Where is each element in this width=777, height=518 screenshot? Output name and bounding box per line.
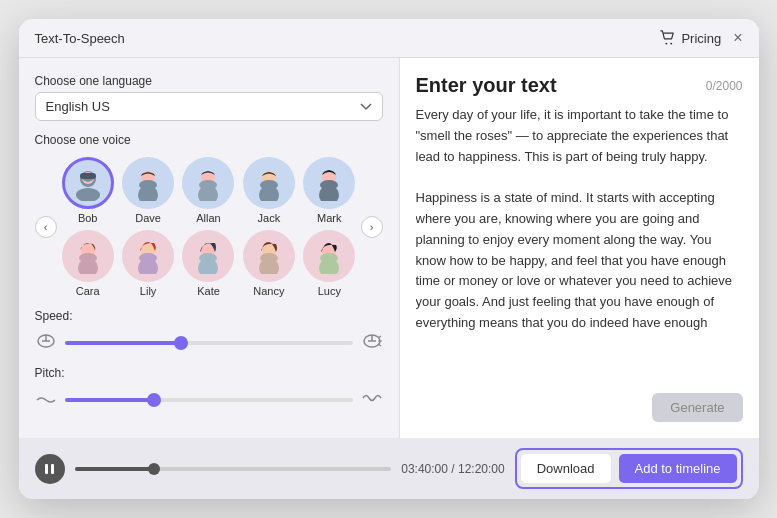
pitch-low-icon xyxy=(35,388,57,411)
svg-point-20 xyxy=(79,253,97,263)
voice-avatar-cara xyxy=(62,230,114,282)
pitch-high-icon xyxy=(361,388,383,411)
pause-bar-left xyxy=(45,464,48,474)
pricing-label: Pricing xyxy=(681,31,721,46)
pause-button[interactable] xyxy=(35,454,65,484)
svg-point-11 xyxy=(199,180,217,190)
pitch-slider[interactable] xyxy=(65,398,353,402)
language-section: Choose one language English US English U… xyxy=(35,74,383,121)
voice-avatar-dave xyxy=(122,157,174,209)
speed-slider-row xyxy=(35,331,383,354)
speed-fast-icon xyxy=(361,331,383,354)
prev-voice-button[interactable]: ‹ xyxy=(35,216,57,238)
pause-icon xyxy=(45,463,55,475)
svg-point-0 xyxy=(666,43,668,45)
enter-text-title: Enter your text xyxy=(416,74,557,97)
voice-avatar-mark xyxy=(303,157,355,209)
voice-item-dave[interactable]: Dave xyxy=(121,157,175,224)
voice-item-cara[interactable]: Cara xyxy=(61,230,115,297)
close-button[interactable]: × xyxy=(733,29,742,47)
voice-name-kate: Kate xyxy=(197,285,220,297)
svg-point-32 xyxy=(320,253,338,263)
svg-point-17 xyxy=(320,180,338,190)
progress-dot xyxy=(148,463,160,475)
voice-section: Choose one voice ‹ xyxy=(35,133,383,297)
svg-point-1 xyxy=(671,43,673,45)
voice-avatar-kate xyxy=(182,230,234,282)
voice-name-allan: Allan xyxy=(196,212,220,224)
svg-point-3 xyxy=(76,188,100,201)
speed-label: Speed: xyxy=(35,309,383,323)
voice-avatar-bob xyxy=(62,157,114,209)
add-to-timeline-button[interactable]: Add to timeline xyxy=(619,454,737,483)
pricing-button[interactable]: Pricing xyxy=(660,30,721,46)
svg-point-23 xyxy=(139,253,157,263)
voice-name-jack: Jack xyxy=(258,212,281,224)
modal-title: Text-To-Speech xyxy=(35,31,125,46)
pitch-slider-row xyxy=(35,388,383,411)
voice-avatar-jack xyxy=(243,157,295,209)
time-current: 03:40:00 xyxy=(401,462,448,476)
time-total: 12:20:00 xyxy=(458,462,505,476)
voice-item-bob[interactable]: Bob xyxy=(61,157,115,224)
voice-name-mark: Mark xyxy=(317,212,341,224)
svg-rect-5 xyxy=(80,173,96,179)
voice-item-allan[interactable]: Allan xyxy=(181,157,235,224)
voice-item-kate[interactable]: Kate xyxy=(181,230,235,297)
svg-point-29 xyxy=(260,253,278,263)
generate-btn-area: Generate xyxy=(416,389,743,422)
right-header: Enter your text 0/2000 xyxy=(416,74,743,97)
progress-bar-fill xyxy=(75,467,154,471)
language-select[interactable]: English US English UK Spanish xyxy=(35,92,383,121)
voice-item-mark[interactable]: Mark xyxy=(302,157,356,224)
voice-avatar-lucy xyxy=(303,230,355,282)
footer-actions: Download Add to timeline xyxy=(515,448,743,489)
speed-section: Speed: xyxy=(35,309,383,354)
voice-name-cara: Cara xyxy=(76,285,100,297)
voice-avatar-nancy xyxy=(243,230,295,282)
voice-item-lily[interactable]: Lily xyxy=(121,230,175,297)
text-to-speech-modal: Text-To-Speech Pricing × Choose one lang… xyxy=(19,19,759,499)
voice-label: Choose one voice xyxy=(35,133,383,147)
modal-footer: 03:40:00 / 12:20:00 Download Add to time… xyxy=(19,438,759,499)
header-right: Pricing × xyxy=(660,29,742,47)
voice-grid: Bob Dave xyxy=(61,157,357,297)
voice-name-bob: Bob xyxy=(78,212,98,224)
pause-bar-right xyxy=(51,464,54,474)
time-separator: / xyxy=(451,462,458,476)
download-button[interactable]: Download xyxy=(521,454,611,483)
voice-avatar-lily xyxy=(122,230,174,282)
generate-button[interactable]: Generate xyxy=(652,393,742,422)
voice-item-lucy[interactable]: Lucy xyxy=(302,230,356,297)
pitch-label: Pitch: xyxy=(35,366,383,380)
modal-body: Choose one language English US English U… xyxy=(19,58,759,438)
speed-slider[interactable] xyxy=(65,341,353,345)
voice-name-dave: Dave xyxy=(135,212,161,224)
svg-point-14 xyxy=(260,180,278,190)
svg-point-26 xyxy=(199,253,217,263)
voice-name-nancy: Nancy xyxy=(253,285,284,297)
voice-avatar-allan xyxy=(182,157,234,209)
progress-bar[interactable] xyxy=(75,467,392,471)
language-label: Choose one language xyxy=(35,74,383,88)
voice-name-lucy: Lucy xyxy=(318,285,341,297)
left-panel: Choose one language English US English U… xyxy=(19,58,399,438)
char-count: 0/2000 xyxy=(706,79,743,93)
text-content: Every day of your life, it is important … xyxy=(416,105,743,381)
modal-header: Text-To-Speech Pricing × xyxy=(19,19,759,58)
voice-name-lily: Lily xyxy=(140,285,157,297)
pitch-section: Pitch: xyxy=(35,366,383,411)
next-voice-button[interactable]: › xyxy=(361,216,383,238)
right-panel: Enter your text 0/2000 Every day of your… xyxy=(399,58,759,438)
voice-item-jack[interactable]: Jack xyxy=(242,157,296,224)
time-display: 03:40:00 / 12:20:00 xyxy=(401,462,504,476)
svg-point-8 xyxy=(139,180,157,190)
voice-item-nancy[interactable]: Nancy xyxy=(242,230,296,297)
voice-grid-container: ‹ xyxy=(35,157,383,297)
cart-icon xyxy=(660,30,676,46)
speed-slow-icon xyxy=(35,331,57,354)
